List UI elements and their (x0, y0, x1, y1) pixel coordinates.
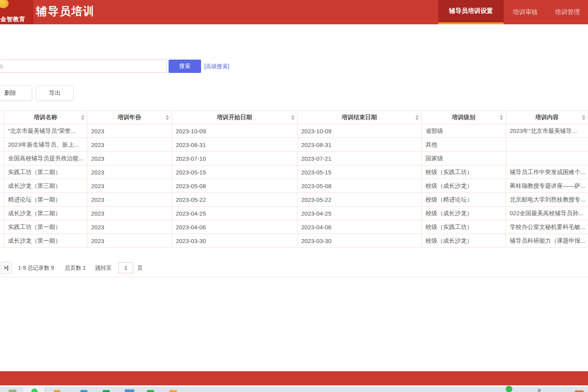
sort-arrows-icon[interactable] (416, 115, 419, 120)
tab-training-review[interactable]: 培训审核 (504, 0, 547, 24)
table-cell: 2023-04-06 (172, 220, 297, 234)
table-cell: 校级（精进论坛） (421, 193, 506, 207)
table-cell: 其他 (421, 138, 506, 152)
table-cell: 2023-03-30 (172, 234, 297, 248)
table-cell (506, 152, 588, 165)
row-select-cell[interactable] (0, 207, 4, 220)
row-select-cell[interactable] (0, 220, 4, 234)
table-cell: 2023 (87, 124, 172, 138)
row-select-cell[interactable] (0, 234, 4, 248)
table-cell: 辅导员工作中突发或困难个... (506, 165, 588, 179)
column-header[interactable]: 培训开始日期 (172, 111, 297, 124)
table-cell: 2023-08-31 (172, 138, 297, 152)
table-cell: 2023-05-22 (172, 193, 297, 207)
search-button[interactable]: 搜索 (169, 60, 201, 73)
top-nav: 辅导员培训设置 培训审核 培训管理 (438, 0, 588, 24)
orange-tray-icon[interactable] (574, 390, 584, 392)
column-header[interactable]: 培训结束日期 (297, 111, 421, 124)
column-header[interactable]: 培训名称 (4, 111, 87, 124)
table-cell: 2023-10-09 (172, 124, 297, 138)
row-select-cell[interactable] (0, 138, 4, 152)
table-cell: 2023 (87, 220, 172, 234)
tray-pin-icon[interactable] (538, 389, 541, 392)
footer-bar (0, 371, 588, 385)
table-cell: 2023-10-09 (297, 124, 421, 138)
table-cell: 2023-04-06 (297, 220, 421, 234)
table-cell: 校级（实践工坊） (421, 220, 506, 234)
last-page-button[interactable]: >| (1, 262, 11, 274)
records-count-text: 1-9 总记录数 9 (18, 265, 54, 272)
table-row[interactable]: 2023年新生辅导员、新上...20232023-08-312023-08-31… (0, 138, 588, 152)
total-pages-text: 总页数 1 (65, 265, 86, 272)
spreadsheet-app-icon[interactable] (103, 390, 110, 392)
table-cell: 校级（成长沙龙） (421, 207, 506, 220)
table-cell: 2023-08-31 (297, 138, 421, 152)
taskbar (0, 386, 588, 392)
taskbar-separator (45, 388, 46, 392)
table-cell: 2023年“北京市最美辅导... (506, 124, 588, 138)
table-cell: 成长沙龙（第三期） (4, 179, 87, 193)
table-row[interactable]: 全国高校辅导员提升政治能...20232023-07-102023-07-21国… (0, 152, 588, 165)
table-cell: 022全国最美高校辅导员孙... (506, 207, 588, 220)
table-cell: 2023 (87, 138, 172, 152)
browser-icon[interactable] (9, 390, 16, 392)
sort-arrows-icon[interactable] (291, 115, 294, 120)
table-cell: 北京邮电大学刘胜枝教授专... (506, 193, 588, 207)
table-row[interactable]: 实践工坊（第二期）20232023-05-152023-05-15校级（实践工坊… (0, 165, 588, 179)
table-cell: 2023 (87, 152, 172, 165)
page-number-input[interactable] (118, 262, 133, 273)
export-button[interactable]: 导出 (36, 85, 74, 101)
table-cell: 成长沙龙（第一期） (4, 234, 87, 248)
green-app-icon[interactable] (147, 390, 154, 392)
active-task-button[interactable] (24, 387, 44, 392)
row-select-cell[interactable] (0, 165, 4, 179)
table-header-row: 培训名称培训年份培训开始日期培训结束日期培训级别培训内容 (0, 111, 588, 124)
table-cell (506, 138, 588, 152)
tab-training-setup[interactable]: 辅导员培训设置 (438, 0, 504, 24)
sort-arrows-icon[interactable] (500, 115, 503, 120)
advanced-search-link[interactable]: [高级搜索] (204, 63, 229, 70)
row-select-cell[interactable] (0, 152, 4, 165)
row-select-cell[interactable] (0, 179, 4, 193)
table-cell: 校级（成长沙龙） (421, 234, 506, 248)
table-cell: 2023-05-15 (297, 165, 421, 179)
row-select-cell[interactable] (0, 124, 4, 138)
training-table: 培训名称培训年份培训开始日期培训结束日期培训级别培训内容 “北京市最美辅导员”荣… (0, 111, 588, 248)
select-column-header (0, 111, 4, 124)
delete-button[interactable]: 删除 (0, 85, 32, 101)
jump-to-label: 跳转至 (95, 265, 112, 272)
chat-tray-icon[interactable] (506, 386, 512, 392)
monitor-app-icon[interactable] (124, 389, 135, 392)
table-cell: 学校办公室文秘机要科毛敏... (506, 220, 588, 234)
table-row[interactable]: 成长沙龙（第一期）20232023-03-302023-03-30校级（成长沙龙… (0, 234, 588, 248)
table-cell: 2023 (87, 193, 172, 207)
table-cell: 2023 (87, 179, 172, 193)
table-cell: “北京市最美辅导员”荣誉... (4, 124, 87, 138)
row-select-cell[interactable] (0, 193, 4, 207)
tab-training-manage[interactable]: 培训管理 (547, 0, 588, 24)
table-row[interactable]: 成长沙龙（第三期）20232023-05-082023-05-08校级（成长沙龙… (0, 179, 588, 193)
table-cell: 校级（成长沙龙） (421, 179, 506, 193)
table-row[interactable]: “北京市最美辅导员”荣誉...20232023-10-092023-10-09省… (0, 124, 588, 138)
table-cell: 2023-07-10 (172, 152, 297, 165)
search-input[interactable] (0, 60, 167, 73)
table-cell: 实践工坊（第二期） (4, 165, 87, 179)
column-header[interactable]: 培训年份 (87, 111, 172, 124)
table-cell: 国家级 (421, 152, 506, 165)
folder-app-icon[interactable] (169, 390, 177, 392)
table-cell: 2023-05-08 (297, 179, 421, 193)
page-suffix-label: 页 (137, 265, 143, 272)
sort-arrows-icon[interactable] (81, 115, 84, 120)
table-row[interactable]: 成长沙龙（第二期）20232023-04-252023-04-25校级（成长沙龙… (0, 207, 588, 220)
table-row[interactable]: 精进论坛（第一期）20232023-05-222023-05-22校级（精进论坛… (0, 193, 588, 207)
column-header[interactable]: 培训内容 (506, 111, 588, 124)
table-row[interactable]: 实践工坊（第一期）20232023-04-062023-04-06校级（实践工坊… (0, 220, 588, 234)
blue-app-icon[interactable] (80, 390, 87, 392)
notes-app-icon[interactable] (54, 390, 60, 392)
table-cell: 蔺桂瑞教授专题讲座——萨... (506, 179, 588, 193)
column-header[interactable]: 培训级别 (421, 111, 506, 124)
pagination-bar: >| 1-9 总记录数 9 总页数 1 跳转至 页 (0, 261, 588, 275)
sort-arrows-icon[interactable] (582, 115, 585, 120)
page-title: 辅导员培训 (36, 4, 95, 19)
sort-arrows-icon[interactable] (166, 115, 169, 120)
